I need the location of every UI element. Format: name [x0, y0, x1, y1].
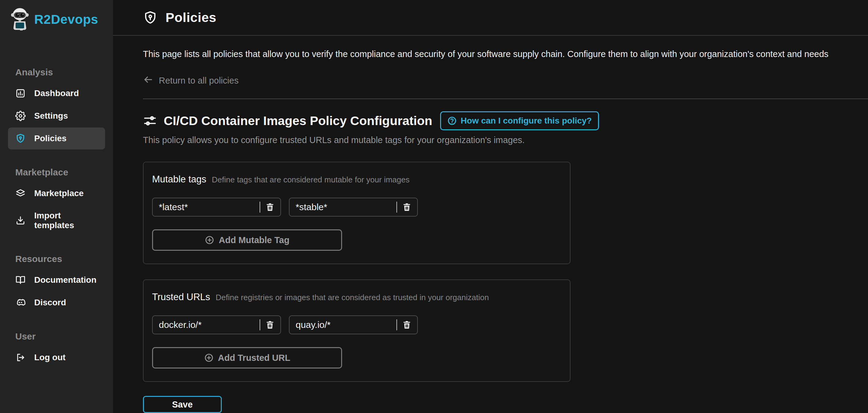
sidebar-item-settings[interactable]: Settings — [8, 105, 105, 127]
sliders-icon — [143, 114, 157, 128]
help-button-label: How can I configure this policy? — [461, 116, 592, 126]
save-button-label: Save — [172, 400, 193, 410]
sidebar-item-label: Marketplace — [34, 188, 84, 198]
mutable-tags-card: Mutable tags Define tags that are consid… — [143, 162, 570, 264]
page-header: Policies — [113, 0, 868, 36]
sidebar-item-label: Settings — [34, 111, 68, 121]
sidebar-section-analysis: Analysis — [8, 67, 105, 77]
layers-icon — [15, 188, 26, 199]
card-title: Trusted URLs — [152, 291, 210, 303]
mutable-tag-input[interactable] — [159, 202, 257, 212]
sidebar-item-discord[interactable]: Discord — [8, 291, 105, 314]
trusted-url-input[interactable] — [296, 320, 394, 330]
card-hint: Define registries or images that are con… — [216, 293, 489, 302]
sidebar-item-label: Import templates — [34, 211, 98, 230]
app-logo[interactable]: R2Devops — [8, 7, 105, 32]
card-hint: Define tags that are considered mutable … — [212, 175, 409, 184]
delete-url-button[interactable] — [265, 319, 276, 330]
discord-icon — [15, 298, 26, 308]
add-button-label: Add Mutable Tag — [219, 235, 289, 245]
sidebar-section-resources: Resources — [8, 254, 105, 264]
page-description: This page lists all policies that allow … — [143, 49, 854, 59]
trusted-url-item — [152, 315, 281, 334]
book-icon — [15, 275, 26, 285]
trusted-urls-list — [152, 315, 561, 334]
input-separator — [259, 319, 260, 330]
delete-tag-button[interactable] — [265, 202, 276, 213]
robot-logo-icon — [10, 7, 30, 32]
mutable-tag-item — [289, 198, 418, 216]
sidebar-item-label: Dashboard — [34, 89, 79, 98]
sidebar-item-documentation[interactable]: Documentation — [8, 269, 105, 291]
sidebar-item-logout[interactable]: Log out — [8, 346, 105, 369]
return-to-policies-link[interactable]: Return to all policies — [143, 74, 239, 87]
arrow-left-icon — [143, 74, 153, 87]
sidebar-item-policies[interactable]: Policies — [8, 128, 105, 149]
trusted-url-input[interactable] — [159, 320, 257, 330]
sidebar-item-label: Documentation — [34, 275, 96, 285]
add-trusted-url-button[interactable]: Add Trusted URL — [152, 347, 342, 369]
mutable-tag-input[interactable] — [296, 202, 394, 212]
main-area: Policies This page lists all policies th… — [113, 0, 868, 413]
return-link-label: Return to all policies — [159, 76, 239, 86]
section-divider — [143, 99, 868, 99]
mutable-tags-list — [152, 198, 561, 216]
sidebar-item-dashboard[interactable]: Dashboard — [8, 82, 105, 104]
sidebar-item-marketplace[interactable]: Marketplace — [8, 182, 105, 204]
sidebar-item-label: Log out — [34, 353, 66, 363]
shield-icon — [143, 10, 158, 25]
sidebar-section-marketplace: Marketplace — [8, 167, 105, 177]
input-separator — [259, 202, 260, 213]
trash-icon — [265, 320, 275, 330]
help-button[interactable]: How can I configure this policy? — [440, 111, 599, 130]
policy-subtitle: This policy allows you to configure trus… — [143, 135, 854, 145]
delete-tag-button[interactable] — [401, 202, 412, 213]
sidebar-item-label: Policies — [34, 134, 67, 143]
settings-icon — [15, 111, 26, 121]
sidebar: R2Devops Analysis Dashboard Settings Pol… — [0, 0, 113, 413]
input-separator — [397, 319, 397, 330]
plus-circle-icon — [205, 235, 214, 245]
trusted-urls-card: Trusted URLs Define registries or images… — [143, 279, 570, 382]
trusted-url-item — [289, 315, 418, 334]
content: This page lists all policies that allow … — [113, 36, 868, 413]
sidebar-section-user: User — [8, 331, 105, 342]
add-button-label: Add Trusted URL — [218, 353, 290, 363]
logout-icon — [15, 352, 26, 363]
input-separator — [397, 202, 397, 213]
plus-circle-icon — [204, 353, 214, 363]
page-title: Policies — [165, 10, 217, 25]
shield-icon — [15, 133, 26, 144]
sidebar-item-import-templates[interactable]: Import templates — [8, 205, 105, 236]
save-button[interactable]: Save — [143, 396, 222, 413]
policy-heading-row: CI/CD Container Images Policy Configurat… — [143, 111, 854, 130]
download-icon — [15, 215, 26, 226]
add-mutable-tag-button[interactable]: Add Mutable Tag — [152, 229, 342, 251]
help-circle-icon — [447, 116, 457, 126]
trash-icon — [402, 202, 412, 212]
sidebar-item-label: Discord — [34, 298, 66, 307]
delete-url-button[interactable] — [401, 319, 412, 330]
dashboard-icon — [15, 88, 26, 99]
policy-heading: CI/CD Container Images Policy Configurat… — [164, 114, 432, 128]
card-title: Mutable tags — [152, 174, 207, 185]
mutable-tag-item — [152, 198, 281, 216]
trash-icon — [265, 202, 275, 212]
brand-name: R2Devops — [34, 12, 98, 27]
trash-icon — [402, 320, 412, 330]
